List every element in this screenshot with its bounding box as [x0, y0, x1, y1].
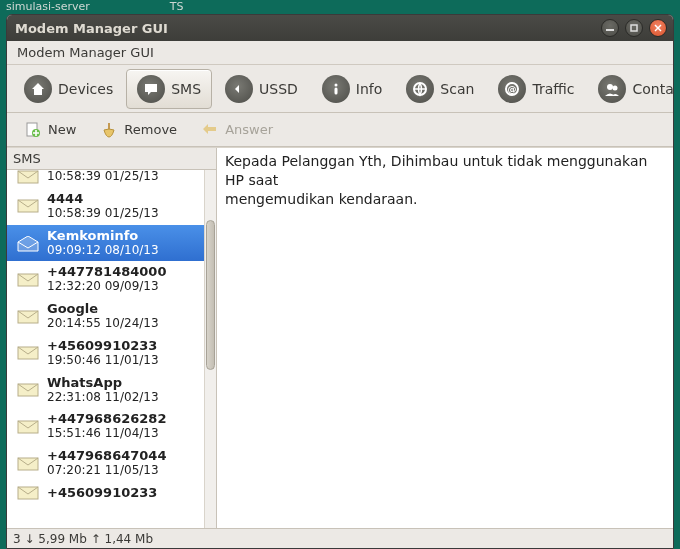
answer-button: Answer [190, 116, 284, 144]
sms-list[interactable]: 10:58:39 01/25/13444410:58:39 01/25/13Ke… [7, 170, 216, 528]
sms-time: 07:20:21 11/05/13 [47, 464, 166, 478]
sms-time: 22:31:08 11/02/13 [47, 391, 159, 405]
svg-point-4 [334, 83, 337, 86]
svg-rect-0 [606, 29, 614, 31]
envelope-icon [17, 310, 39, 324]
svg-point-10 [607, 84, 613, 90]
home-icon [24, 75, 52, 103]
tab-contacts[interactable]: Contacts [587, 69, 674, 109]
envelope-icon [17, 486, 39, 500]
window-title: Modem Manager GUI [15, 21, 168, 36]
envelope-icon [17, 420, 39, 434]
new-icon [24, 121, 42, 139]
remove-button[interactable]: Remove [89, 116, 188, 144]
sms-sender: Google [47, 302, 159, 317]
contacts-icon [598, 75, 626, 103]
message-line: mengemudikan kendaraan. [225, 190, 665, 209]
sms-item[interactable]: 444410:58:39 01/25/13 [7, 188, 216, 225]
sms-time: 12:32:20 09/09/13 [47, 280, 166, 294]
envelope-icon [17, 346, 39, 360]
svg-text:@: @ [508, 84, 517, 94]
sms-sidebar: SMS 10:58:39 01/25/13444410:58:39 01/25/… [7, 148, 217, 528]
sms-sender: Kemkominfo [47, 229, 159, 244]
sms-item[interactable]: +45609910233 [7, 482, 216, 505]
close-button[interactable] [649, 19, 667, 37]
action-toolbar: New Remove Answer [7, 113, 673, 147]
app-title: Modem Manager GUI [17, 45, 154, 60]
scrollbar[interactable] [204, 170, 216, 528]
sms-item[interactable]: +44796862628215:51:46 11/04/13 [7, 408, 216, 445]
app-window: Modem Manager GUI Modem Manager GUI Devi… [6, 14, 674, 549]
desktop-panel: simulasi-server TS [0, 0, 680, 14]
minimize-button[interactable] [601, 19, 619, 37]
message-line: Kepada Pelanggan Yth, Dihimbau untuk tid… [225, 152, 665, 190]
sms-item[interactable]: Google20:14:55 10/24/13 [7, 298, 216, 335]
sms-item[interactable]: 10:58:39 01/25/13 [7, 170, 216, 188]
envelope-icon [17, 383, 39, 397]
svg-point-11 [613, 85, 618, 90]
sms-sender: +45609910233 [47, 339, 159, 354]
ussd-icon [225, 75, 253, 103]
main-toolbar: Devices SMS USSD Info Scan @ Traffic [7, 65, 673, 113]
sms-icon [137, 75, 165, 103]
panel-extra: TS [170, 0, 184, 14]
sms-time: 10:58:39 01/25/13 [47, 207, 159, 221]
panel-host: simulasi-server [6, 0, 90, 14]
traffic-icon: @ [498, 75, 526, 103]
svg-rect-1 [631, 25, 637, 31]
sms-time: 10:58:39 01/25/13 [47, 170, 159, 184]
tab-traffic[interactable]: @ Traffic [487, 69, 585, 109]
envelope-open-icon [17, 236, 39, 250]
sms-sender: +45609910233 [47, 486, 157, 501]
tab-scan[interactable]: Scan [395, 69, 485, 109]
maximize-button[interactable] [625, 19, 643, 37]
sms-sender: +447781484000 [47, 265, 166, 280]
svg-rect-5 [334, 87, 337, 94]
sms-sender: WhatsApp [47, 376, 159, 391]
sms-item[interactable]: +4560991023319:50:46 11/01/13 [7, 335, 216, 372]
remove-icon [100, 121, 118, 139]
sms-sender: +447968626282 [47, 412, 166, 427]
sidebar-header[interactable]: SMS [7, 148, 216, 170]
envelope-icon [17, 170, 39, 184]
menubar: Modem Manager GUI [7, 41, 673, 65]
sms-item[interactable]: +44778148400012:32:20 09/09/13 [7, 261, 216, 298]
sms-sender: +447968647044 [47, 449, 166, 464]
scan-icon [406, 75, 434, 103]
envelope-icon [17, 457, 39, 471]
sms-time: 20:14:55 10/24/13 [47, 317, 159, 331]
scroll-thumb[interactable] [206, 220, 215, 370]
info-icon [322, 75, 350, 103]
status-text: 3 ↓ 5,99 Mb ↑ 1,44 Mb [13, 532, 153, 546]
sms-item[interactable]: +44796864704407:20:21 11/05/13 [7, 445, 216, 482]
sms-time: 19:50:46 11/01/13 [47, 354, 159, 368]
sms-time: 09:09:12 08/10/13 [47, 244, 159, 258]
tab-devices[interactable]: Devices [13, 69, 124, 109]
new-button[interactable]: New [13, 116, 87, 144]
answer-icon [201, 121, 219, 139]
titlebar[interactable]: Modem Manager GUI [7, 15, 673, 41]
sms-item-selected[interactable]: Kemkominfo09:09:12 08/10/13 [7, 225, 216, 262]
tab-ussd[interactable]: USSD [214, 69, 309, 109]
envelope-icon [17, 273, 39, 287]
tab-sms[interactable]: SMS [126, 69, 212, 109]
message-view: Kepada Pelanggan Yth, Dihimbau untuk tid… [217, 148, 673, 528]
sms-sender: 4444 [47, 192, 159, 207]
sms-item[interactable]: WhatsApp22:31:08 11/02/13 [7, 372, 216, 409]
envelope-icon [17, 199, 39, 213]
sms-time: 15:51:46 11/04/13 [47, 427, 166, 441]
tab-info[interactable]: Info [311, 69, 394, 109]
statusbar: 3 ↓ 5,99 Mb ↑ 1,44 Mb [7, 528, 673, 548]
